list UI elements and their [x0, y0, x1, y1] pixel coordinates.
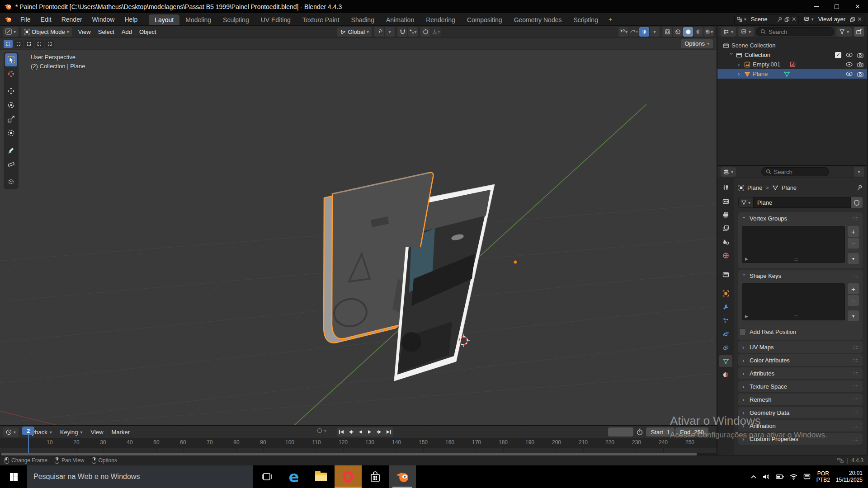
shading-rendered-button[interactable]: ▾	[704, 27, 714, 37]
unlink-scene-icon[interactable]: ✕	[792, 16, 797, 23]
outliner-filter-mode-button[interactable]: ▾	[738, 27, 754, 37]
properties-collapsed-panel[interactable]: › Custom Properties ::::	[738, 433, 863, 445]
fake-user-shield-button[interactable]	[851, 197, 863, 208]
properties-tab-modifiers[interactable]	[719, 301, 732, 313]
shading-wireframe-button[interactable]	[673, 27, 683, 37]
opera-app-button[interactable]	[335, 465, 362, 488]
current-frame-field[interactable]	[608, 427, 633, 436]
minimize-button[interactable]	[806, 0, 826, 13]
properties-search-input[interactable]: Search	[761, 167, 829, 176]
outliner-filter-dropdown[interactable]: ▾	[836, 27, 852, 37]
start-button[interactable]	[0, 465, 27, 488]
properties-tab-object[interactable]	[719, 287, 732, 299]
properties-tab-collection[interactable]	[719, 268, 732, 280]
tool-add-cube[interactable]	[5, 175, 17, 188]
vertex-groups-panel-header[interactable]: › Vertex Groups ::::	[738, 212, 863, 224]
tray-expand-icon[interactable]	[750, 474, 757, 479]
remove-vertex-group-button[interactable]: −	[848, 238, 859, 249]
hide-eye-icon[interactable]	[846, 62, 853, 67]
mesh-name-field[interactable]: Plane	[753, 197, 851, 208]
snap-magnet-icon[interactable]	[397, 27, 407, 37]
viewport-menu[interactable]: View	[75, 28, 94, 35]
snap-target-dropdown[interactable]: ▾	[408, 27, 418, 37]
add-vertex-group-button[interactable]: +	[848, 226, 859, 237]
properties-options-dropdown[interactable]: ▾	[854, 167, 864, 177]
viewport-3d[interactable]: ▾ Object Mode ▾ ViewSelectAddObject Glob…	[0, 26, 717, 425]
new-scene-icon[interactable]	[784, 17, 790, 22]
timeline-ruler[interactable]: 1020304050607080901001101201301401501601…	[0, 438, 717, 448]
vertex-group-specials-button[interactable]: ▾	[848, 253, 859, 264]
outliner-row-empty-001[interactable]: › Empty.001	[717, 60, 867, 69]
viewport-menu[interactable]: Add	[118, 28, 136, 35]
jump-to-end-button[interactable]	[384, 427, 393, 436]
viewport-menu[interactable]: Object	[136, 28, 160, 35]
workspace-tab[interactable]: Compositing	[461, 14, 508, 25]
properties-collapsed-panel[interactable]: › Texture Space ::::	[738, 380, 863, 392]
workspace-tab[interactable]: Geometry Nodes	[508, 14, 568, 25]
xray-dropdown-arrow[interactable]: ▾	[650, 27, 660, 37]
select-mode-invert-button[interactable]	[35, 40, 44, 48]
tool-transform[interactable]	[5, 127, 17, 140]
viewport-menu[interactable]: Select	[94, 28, 118, 35]
menubar-menu[interactable]: Edit	[36, 13, 57, 25]
proportional-editing-icon[interactable]	[420, 27, 430, 37]
outliner-search-input[interactable]: Search	[756, 27, 834, 36]
tool-scale[interactable]	[5, 113, 17, 126]
workspace-tab[interactable]: Sculpting	[217, 14, 255, 25]
properties-collapsed-panel[interactable]: › Remesh ::::	[738, 394, 863, 405]
shading-material-button[interactable]	[693, 27, 703, 37]
playhead-line[interactable]	[28, 435, 29, 453]
expand-icon[interactable]: ›	[728, 53, 735, 57]
tool-options-button[interactable]: Options▾	[681, 39, 713, 48]
disable-render-camera-icon[interactable]	[857, 62, 863, 67]
disable-render-camera-icon[interactable]	[857, 71, 863, 77]
vertex-groups-list[interactable]: ▶::::	[742, 226, 845, 263]
properties-tab-object-data[interactable]	[719, 355, 732, 367]
show-overlays-dropdown[interactable]: ▾	[629, 27, 639, 37]
blender-app-menu[interactable]	[0, 16, 15, 23]
properties-tab-scene[interactable]	[719, 236, 732, 248]
stopwatch-icon[interactable]	[636, 428, 643, 436]
workspace-tab[interactable]: Animation	[380, 14, 420, 25]
action-center-icon[interactable]	[803, 474, 811, 480]
play-reverse-button[interactable]	[356, 427, 365, 436]
properties-tab-physics[interactable]	[719, 328, 732, 340]
select-mode-subtract-button[interactable]	[24, 40, 33, 48]
workspace-tab[interactable]: Shading	[345, 14, 380, 25]
editor-type-button[interactable]: ▾	[3, 27, 19, 37]
prev-keyframe-button[interactable]	[346, 427, 355, 436]
workspace-tab[interactable]: UV Editing	[255, 14, 297, 25]
workspace-tab[interactable]: Scripting	[567, 14, 604, 25]
pin-id-icon[interactable]	[857, 185, 863, 191]
timeline-tracks[interactable]	[0, 448, 717, 453]
show-gizmo-dropdown[interactable]: ▾	[618, 27, 628, 37]
language-indicator[interactable]: POR PTB2	[816, 470, 830, 483]
hide-eye-icon[interactable]	[846, 52, 853, 57]
properties-collapsed-panel[interactable]: › Animation ::::	[738, 420, 863, 432]
render-preview-icon[interactable]	[662, 27, 672, 37]
properties-tab-render[interactable]	[719, 195, 732, 207]
timeline-editor-type-button[interactable]: ▾	[3, 427, 19, 437]
workspace-tab[interactable]: Rendering	[420, 14, 461, 25]
viewport-canvas[interactable]	[0, 26, 717, 425]
edge-browser-button[interactable]: e	[280, 465, 307, 488]
battery-icon[interactable]	[776, 474, 784, 479]
properties-tab-constraints[interactable]	[719, 342, 732, 353]
tool-measure[interactable]	[5, 158, 17, 171]
remove-viewlayer-icon[interactable]: ✕	[857, 16, 862, 23]
properties-tab-tool[interactable]	[719, 182, 732, 193]
play-button[interactable]	[365, 427, 374, 436]
expand-icon[interactable]: ›	[738, 61, 742, 68]
wifi-icon[interactable]	[790, 474, 797, 480]
expand-icon[interactable]: ›	[738, 70, 742, 77]
pivot-dropdown-arrow[interactable]: ▾	[385, 27, 395, 37]
properties-editor-type-button[interactable]: ▾	[721, 167, 736, 177]
properties-tab-view-layer[interactable]	[719, 222, 732, 234]
properties-collapsed-panel[interactable]: › Color Attributes ::::	[738, 354, 863, 366]
viewlayer-selector[interactable]: ▾ ViewLayer ✕	[802, 14, 864, 24]
file-explorer-button[interactable]	[307, 465, 335, 488]
add-shape-key-button[interactable]: +	[848, 283, 859, 294]
disable-render-camera-icon[interactable]	[857, 52, 863, 58]
workspace-tab[interactable]: Layout	[149, 14, 179, 25]
timeline-menu-keying[interactable]: Keying▾	[57, 429, 86, 436]
